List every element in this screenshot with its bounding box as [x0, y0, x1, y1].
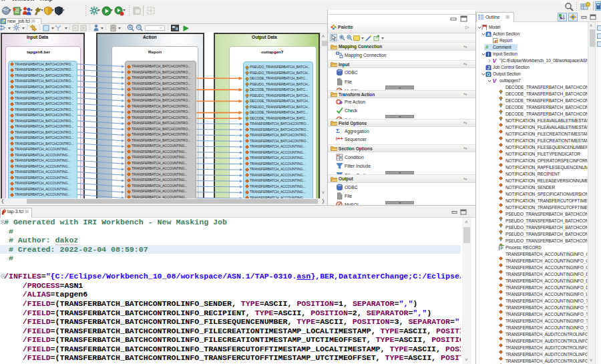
svg-text:I: I [488, 51, 489, 56]
svg-text:A: A [487, 31, 490, 36]
svg-text:J: J [487, 65, 490, 69]
svg-text:P: P [500, 246, 504, 250]
svg-text:O: O [487, 71, 490, 76]
